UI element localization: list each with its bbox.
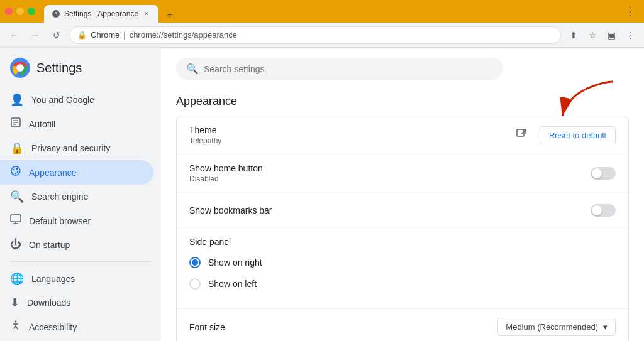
show-on-right-option[interactable]: Show on right — [189, 252, 603, 273]
share-icon[interactable]: ⬆ — [565, 26, 582, 44]
settings-favicon — [52, 9, 60, 18]
toggle-knob — [592, 168, 602, 178]
svg-point-9 — [16, 168, 18, 170]
monitor-icon — [10, 214, 21, 228]
show-on-right-label: Show on right — [208, 257, 262, 268]
svg-line-19 — [16, 326, 18, 329]
font-size-dropdown[interactable]: Medium (Recommended) ▾ — [497, 318, 616, 336]
palette-icon — [10, 165, 21, 180]
side-panel-radio-group: Show on right Show on left — [189, 247, 616, 300]
sidebar-label-default-browser: Default browser — [29, 216, 91, 226]
theme-external-link-icon[interactable] — [516, 128, 527, 143]
search-input[interactable] — [204, 64, 493, 74]
sidebar-label-languages: Languages — [31, 274, 75, 284]
active-tab[interactable]: Settings - Appearance ✕ — [44, 5, 158, 23]
appearance-settings-card: Theme Telepathy Reset to default Show ho… — [176, 116, 629, 341]
autofill-icon — [10, 117, 21, 131]
accessibility-icon — [10, 320, 21, 334]
search-bar-icon: 🔍 — [186, 63, 199, 75]
chrome-logo-icon — [10, 58, 30, 78]
show-on-right-radio[interactable] — [189, 257, 201, 268]
section-title: Appearance — [161, 90, 644, 116]
sidebar-item-languages[interactable]: 🌐 Languages — [0, 267, 153, 291]
show-on-left-option[interactable]: Show on left — [189, 273, 603, 295]
download-icon: ⬇ — [10, 296, 19, 310]
sidebar-item-search-engine[interactable]: 🔍 Search engine — [0, 185, 153, 208]
sidebar-label-accessibility: Accessibility — [29, 322, 77, 332]
search-bar[interactable]: 🔍 — [176, 58, 503, 80]
refresh-button[interactable]: ↺ — [48, 26, 65, 44]
traffic-lights — [5, 8, 35, 15]
show-home-button-toggle[interactable] — [591, 167, 616, 180]
chrome-options-icon[interactable]: ⋮ — [621, 26, 639, 44]
back-button[interactable]: ← — [5, 26, 23, 44]
font-size-value: Medium (Recommended) — [506, 322, 598, 332]
show-home-button-row: Show home button Disabled — [177, 154, 628, 193]
sidebar-label-downloads: Downloads — [27, 298, 70, 308]
toggle-knob — [592, 205, 602, 215]
font-size-label: Font size — [189, 322, 225, 332]
svg-point-10 — [17, 171, 19, 173]
forward-button[interactable]: → — [26, 26, 44, 44]
sidebar-toggle-icon[interactable]: ▣ — [602, 26, 620, 44]
addressbar: ← → ↺ 🔒 Chrome | chrome://settings/appea… — [0, 23, 644, 48]
sidebar-label-you-google: You and Google — [31, 95, 94, 105]
sidebar-item-you-google[interactable]: 👤 You and Google — [0, 88, 153, 112]
sidebar: Settings 👤 You and Google Autofill 🔒 Pri… — [0, 48, 161, 341]
url-bar[interactable]: 🔒 Chrome | chrome://settings/appearance — [69, 26, 561, 44]
show-bookmarks-bar-row: Show bookmarks bar — [177, 193, 628, 228]
sidebar-label-autofill: Autofill — [29, 119, 55, 129]
search-icon: 🔍 — [10, 190, 24, 203]
font-size-row: Font size Medium (Recommended) ▾ — [177, 309, 628, 341]
show-home-button-label: Show home button — [189, 163, 263, 173]
maximize-window-button[interactable] — [28, 8, 35, 15]
content-area: 🔍 Appearance — [161, 48, 644, 341]
svg-point-8 — [13, 169, 15, 171]
sidebar-label-on-startup: On startup — [29, 240, 70, 250]
side-panel-label: Side panel — [189, 237, 231, 247]
show-bookmarks-bar-toggle[interactable] — [591, 204, 616, 217]
sidebar-label-appearance: Appearance — [29, 168, 77, 178]
dropdown-arrow-icon: ▾ — [603, 322, 608, 332]
tab-title: Settings - Appearance — [64, 9, 138, 18]
sidebar-item-privacy-security[interactable]: 🔒 Privacy and security — [0, 136, 153, 160]
power-icon: ⏻ — [10, 238, 21, 251]
search-container: 🔍 — [161, 48, 644, 90]
minimize-window-button[interactable] — [16, 8, 24, 15]
side-panel-row: Side panel Show on right Show on left — [177, 228, 628, 309]
svg-point-11 — [15, 173, 17, 175]
new-tab-button[interactable]: + — [162, 8, 177, 23]
sidebar-item-downloads[interactable]: ⬇ Downloads — [0, 291, 153, 315]
sidebar-item-autofill[interactable]: Autofill — [0, 112, 153, 136]
sidebar-label-privacy-security: Privacy and security — [31, 143, 110, 153]
svg-line-18 — [14, 326, 16, 329]
url-chrome-label: Chrome — [91, 30, 119, 40]
titlebar: Settings - Appearance ✕ + ⋮ — [0, 0, 644, 23]
lock-icon: 🔒 — [10, 141, 24, 155]
show-on-left-radio[interactable] — [189, 278, 201, 290]
address-bar-actions: ⬆ ☆ ▣ ⋮ — [565, 26, 639, 44]
sidebar-item-accessibility[interactable]: Accessibility — [0, 315, 153, 339]
theme-sublabel: Telepathy — [189, 136, 221, 145]
reset-to-default-button[interactable]: Reset to default — [540, 126, 616, 144]
person-icon: 👤 — [10, 93, 24, 107]
tab-close-button[interactable]: ✕ — [142, 9, 151, 18]
sidebar-logo: Settings — [0, 53, 161, 88]
theme-setting-row: Theme Telepathy Reset to default — [177, 116, 628, 154]
sidebar-divider — [10, 261, 151, 262]
sidebar-label-search-engine: Search engine — [31, 192, 88, 202]
sidebar-item-default-browser[interactable]: Default browser — [0, 208, 153, 233]
close-window-button[interactable] — [5, 8, 13, 15]
globe-icon: 🌐 — [10, 272, 24, 286]
svg-rect-12 — [11, 215, 21, 222]
svg-point-15 — [15, 321, 17, 323]
bookmark-icon[interactable]: ☆ — [584, 26, 601, 44]
sidebar-item-on-startup[interactable]: ⏻ On startup — [0, 233, 153, 256]
main-layout: Settings 👤 You and Google Autofill 🔒 Pri… — [0, 48, 644, 341]
security-icon: 🔒 — [77, 31, 87, 40]
svg-point-2 — [16, 64, 24, 72]
url-path: | — [123, 30, 125, 40]
chrome-menu-dots-icon[interactable]: ⋮ — [621, 3, 639, 20]
show-on-left-label: Show on left — [208, 279, 257, 289]
sidebar-item-appearance[interactable]: Appearance — [0, 160, 153, 185]
